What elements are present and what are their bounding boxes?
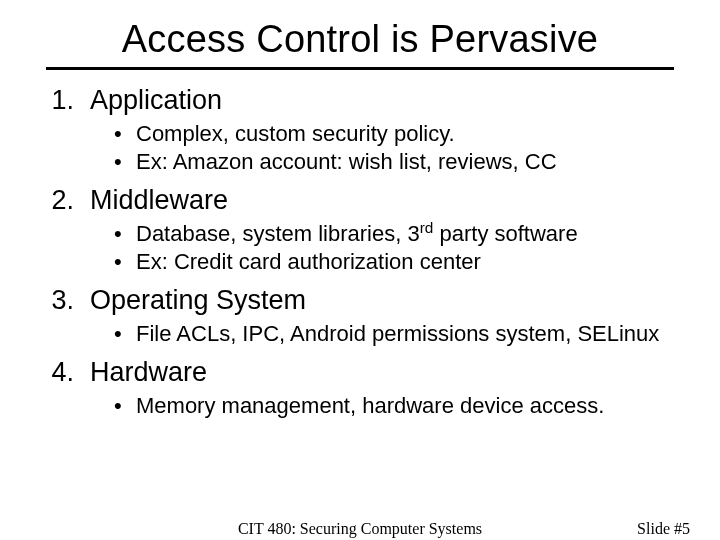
sub-item: • Database, system libraries, 3rd party … (114, 220, 696, 248)
sub-item-text: Database, system libraries, 3rd party so… (136, 220, 578, 248)
slide-content: Application • Complex, custom security p… (0, 84, 720, 420)
sub-item-text: Memory management, hardware device acces… (136, 392, 604, 420)
main-list: Application • Complex, custom security p… (40, 84, 696, 420)
sub-item: • Memory management, hardware device acc… (114, 392, 696, 420)
list-item: Application • Complex, custom security p… (40, 84, 696, 176)
item-number (40, 356, 90, 390)
bullet-icon: • (114, 120, 136, 148)
item-number (40, 284, 90, 318)
sub-item-text: Complex, custom security policy. (136, 120, 455, 148)
slide: Access Control is Pervasive Application … (0, 0, 720, 540)
item-label: Operating System (90, 284, 306, 318)
bullet-icon: • (114, 248, 136, 276)
item-label: Application (90, 84, 222, 118)
item-label: Middleware (90, 184, 228, 218)
sub-list: • Database, system libraries, 3rd party … (40, 220, 696, 276)
bullet-icon: • (114, 148, 136, 176)
sub-item: • Ex: Amazon account: wish list, reviews… (114, 148, 696, 176)
sub-list: • Complex, custom security policy. • Ex:… (40, 120, 696, 176)
sub-item-text: Ex: Credit card authorization center (136, 248, 481, 276)
sub-item-text: Ex: Amazon account: wish list, reviews, … (136, 148, 557, 176)
list-item: Hardware • Memory management, hardware d… (40, 356, 696, 420)
sub-list: • File ACLs, IPC, Android permissions sy… (40, 320, 696, 348)
list-item: Middleware • Database, system libraries,… (40, 184, 696, 276)
slide-title: Access Control is Pervasive (0, 0, 720, 67)
item-label: Hardware (90, 356, 207, 390)
sub-item: • Ex: Credit card authorization center (114, 248, 696, 276)
item-number (40, 184, 90, 218)
sub-item: • Complex, custom security policy. (114, 120, 696, 148)
sub-list: • Memory management, hardware device acc… (40, 392, 696, 420)
footer-center-text: CIT 480: Securing Computer Systems (0, 520, 720, 538)
footer-slide-number: Slide #5 (637, 520, 690, 538)
sub-item: • File ACLs, IPC, Android permissions sy… (114, 320, 696, 348)
list-item: Operating System • File ACLs, IPC, Andro… (40, 284, 696, 348)
sub-item-text: File ACLs, IPC, Android permissions syst… (136, 320, 659, 348)
item-number (40, 84, 90, 118)
bullet-icon: • (114, 320, 136, 348)
title-underline (46, 67, 674, 70)
bullet-icon: • (114, 392, 136, 420)
bullet-icon: • (114, 220, 136, 248)
